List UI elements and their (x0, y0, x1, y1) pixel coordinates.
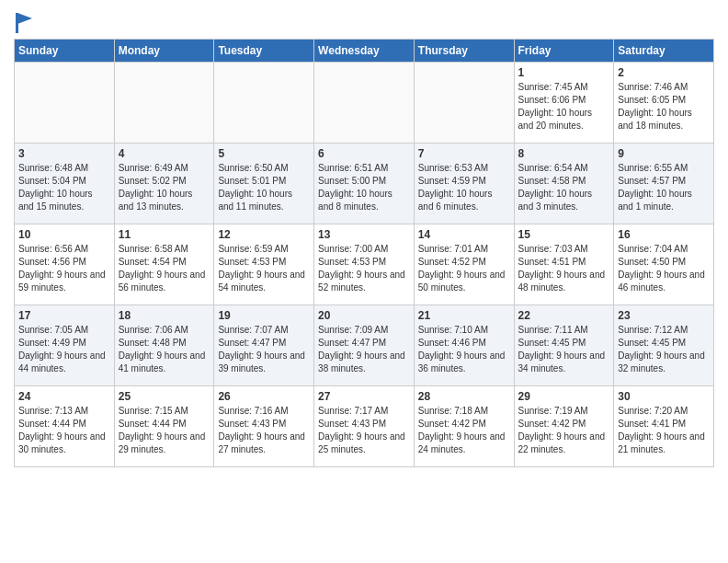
day-number: 9 (618, 147, 710, 160)
calendar-cell: 30Sunrise: 7:20 AM Sunset: 4:41 PM Dayli… (614, 386, 714, 467)
calendar-cell: 24Sunrise: 7:13 AM Sunset: 4:44 PM Dayli… (15, 386, 115, 467)
header-day-wednesday: Wednesday (314, 40, 415, 63)
week-row-1: 1Sunrise: 7:45 AM Sunset: 6:06 PM Daylig… (15, 63, 714, 144)
calendar-cell: 28Sunrise: 7:18 AM Sunset: 4:42 PM Dayli… (414, 386, 514, 467)
calendar-cell: 12Sunrise: 6:59 AM Sunset: 4:53 PM Dayli… (214, 224, 314, 305)
calendar-cell: 25Sunrise: 7:15 AM Sunset: 4:44 PM Dayli… (114, 386, 214, 467)
day-info: Sunrise: 7:20 AM Sunset: 4:41 PM Dayligh… (618, 405, 710, 456)
day-number: 15 (518, 228, 610, 241)
svg-rect-1 (16, 13, 18, 33)
day-number: 22 (518, 309, 610, 322)
calendar-header-row: SundayMondayTuesdayWednesdayThursdayFrid… (15, 40, 714, 63)
day-info: Sunrise: 6:55 AM Sunset: 4:57 PM Dayligh… (618, 162, 710, 213)
calendar-cell: 22Sunrise: 7:11 AM Sunset: 4:45 PM Dayli… (514, 305, 614, 386)
calendar-cell: 6Sunrise: 6:51 AM Sunset: 5:00 PM Daylig… (314, 144, 415, 224)
calendar-cell: 7Sunrise: 6:53 AM Sunset: 4:59 PM Daylig… (414, 144, 514, 224)
day-info: Sunrise: 7:18 AM Sunset: 4:42 PM Dayligh… (418, 405, 510, 456)
day-info: Sunrise: 7:06 AM Sunset: 4:48 PM Dayligh… (119, 324, 210, 375)
calendar-cell: 15Sunrise: 7:03 AM Sunset: 4:51 PM Dayli… (514, 224, 614, 305)
day-info: Sunrise: 7:11 AM Sunset: 4:45 PM Dayligh… (518, 324, 610, 375)
calendar-cell: 23Sunrise: 7:12 AM Sunset: 4:45 PM Dayli… (614, 305, 714, 386)
calendar-cell (414, 63, 514, 144)
header-day-thursday: Thursday (414, 40, 514, 63)
day-number: 1 (518, 66, 610, 79)
header-day-tuesday: Tuesday (214, 40, 314, 63)
header-day-sunday: Sunday (15, 40, 115, 63)
day-number: 2 (618, 66, 710, 79)
day-number: 6 (318, 147, 410, 160)
calendar-cell: 16Sunrise: 7:04 AM Sunset: 4:50 PM Dayli… (614, 224, 714, 305)
day-number: 10 (18, 228, 110, 241)
day-info: Sunrise: 7:13 AM Sunset: 4:44 PM Dayligh… (18, 405, 110, 456)
calendar-cell: 14Sunrise: 7:01 AM Sunset: 4:52 PM Dayli… (414, 224, 514, 305)
week-row-3: 10Sunrise: 6:56 AM Sunset: 4:56 PM Dayli… (15, 224, 714, 305)
day-info: Sunrise: 7:46 AM Sunset: 6:05 PM Dayligh… (618, 81, 710, 132)
day-number: 20 (318, 309, 410, 322)
day-number: 8 (518, 147, 610, 160)
day-info: Sunrise: 6:53 AM Sunset: 4:59 PM Dayligh… (418, 162, 510, 213)
day-number: 23 (618, 309, 710, 322)
day-number: 26 (218, 390, 310, 403)
calendar-cell: 17Sunrise: 7:05 AM Sunset: 4:49 PM Dayli… (15, 305, 115, 386)
day-number: 5 (218, 147, 310, 160)
day-info: Sunrise: 7:16 AM Sunset: 4:43 PM Dayligh… (218, 405, 310, 456)
day-number: 7 (418, 147, 510, 160)
header-day-friday: Friday (514, 40, 614, 63)
day-info: Sunrise: 6:56 AM Sunset: 4:56 PM Dayligh… (18, 243, 110, 294)
day-info: Sunrise: 7:19 AM Sunset: 4:42 PM Dayligh… (518, 405, 610, 456)
calendar-cell: 1Sunrise: 7:45 AM Sunset: 6:06 PM Daylig… (514, 63, 614, 144)
logo (14, 13, 32, 33)
day-info: Sunrise: 6:49 AM Sunset: 5:02 PM Dayligh… (119, 162, 210, 213)
day-number: 30 (618, 390, 710, 403)
day-info: Sunrise: 7:10 AM Sunset: 4:46 PM Dayligh… (418, 324, 510, 375)
day-number: 18 (119, 309, 210, 322)
day-number: 27 (318, 390, 410, 403)
day-number: 11 (119, 228, 210, 241)
calendar-cell: 26Sunrise: 7:16 AM Sunset: 4:43 PM Dayli… (214, 386, 314, 467)
calendar-cell: 21Sunrise: 7:10 AM Sunset: 4:46 PM Dayli… (414, 305, 514, 386)
header-day-saturday: Saturday (614, 40, 714, 63)
svg-marker-0 (17, 13, 32, 24)
day-number: 16 (618, 228, 710, 241)
day-number: 21 (418, 309, 510, 322)
day-info: Sunrise: 7:03 AM Sunset: 4:51 PM Dayligh… (518, 243, 610, 294)
calendar-cell: 27Sunrise: 7:17 AM Sunset: 4:43 PM Dayli… (314, 386, 415, 467)
day-number: 12 (218, 228, 310, 241)
calendar-cell: 2Sunrise: 7:46 AM Sunset: 6:05 PM Daylig… (614, 63, 714, 144)
day-info: Sunrise: 7:05 AM Sunset: 4:49 PM Dayligh… (18, 324, 110, 375)
day-number: 4 (119, 147, 210, 160)
day-info: Sunrise: 6:59 AM Sunset: 4:53 PM Dayligh… (218, 243, 310, 294)
day-info: Sunrise: 7:09 AM Sunset: 4:47 PM Dayligh… (318, 324, 410, 375)
calendar-table: SundayMondayTuesdayWednesdayThursdayFrid… (14, 39, 714, 467)
day-info: Sunrise: 7:15 AM Sunset: 4:44 PM Dayligh… (119, 405, 210, 456)
page-header (14, 9, 714, 33)
day-info: Sunrise: 7:01 AM Sunset: 4:52 PM Dayligh… (418, 243, 510, 294)
calendar-cell: 10Sunrise: 6:56 AM Sunset: 4:56 PM Dayli… (15, 224, 115, 305)
day-number: 19 (218, 309, 310, 322)
calendar-cell: 13Sunrise: 7:00 AM Sunset: 4:53 PM Dayli… (314, 224, 415, 305)
day-info: Sunrise: 6:50 AM Sunset: 5:01 PM Dayligh… (218, 162, 310, 213)
calendar-cell: 19Sunrise: 7:07 AM Sunset: 4:47 PM Dayli… (214, 305, 314, 386)
day-info: Sunrise: 7:07 AM Sunset: 4:47 PM Dayligh… (218, 324, 310, 375)
day-info: Sunrise: 6:51 AM Sunset: 5:00 PM Dayligh… (318, 162, 410, 213)
day-number: 25 (119, 390, 210, 403)
logo-flag-icon (16, 13, 32, 33)
day-number: 29 (518, 390, 610, 403)
calendar-cell: 11Sunrise: 6:58 AM Sunset: 4:54 PM Dayli… (114, 224, 214, 305)
day-number: 13 (318, 228, 410, 241)
day-info: Sunrise: 6:54 AM Sunset: 4:58 PM Dayligh… (518, 162, 610, 213)
day-info: Sunrise: 6:48 AM Sunset: 5:04 PM Dayligh… (18, 162, 110, 213)
calendar-cell: 20Sunrise: 7:09 AM Sunset: 4:47 PM Dayli… (314, 305, 415, 386)
calendar-cell: 5Sunrise: 6:50 AM Sunset: 5:01 PM Daylig… (214, 144, 314, 224)
day-number: 3 (18, 147, 110, 160)
calendar-cell: 9Sunrise: 6:55 AM Sunset: 4:57 PM Daylig… (614, 144, 714, 224)
day-number: 28 (418, 390, 510, 403)
calendar-cell: 18Sunrise: 7:06 AM Sunset: 4:48 PM Dayli… (114, 305, 214, 386)
day-info: Sunrise: 7:04 AM Sunset: 4:50 PM Dayligh… (618, 243, 710, 294)
week-row-2: 3Sunrise: 6:48 AM Sunset: 5:04 PM Daylig… (15, 144, 714, 224)
calendar-cell (214, 63, 314, 144)
calendar-cell: 29Sunrise: 7:19 AM Sunset: 4:42 PM Dayli… (514, 386, 614, 467)
calendar-cell (15, 63, 115, 144)
day-info: Sunrise: 6:58 AM Sunset: 4:54 PM Dayligh… (119, 243, 210, 294)
calendar-cell: 3Sunrise: 6:48 AM Sunset: 5:04 PM Daylig… (15, 144, 115, 224)
